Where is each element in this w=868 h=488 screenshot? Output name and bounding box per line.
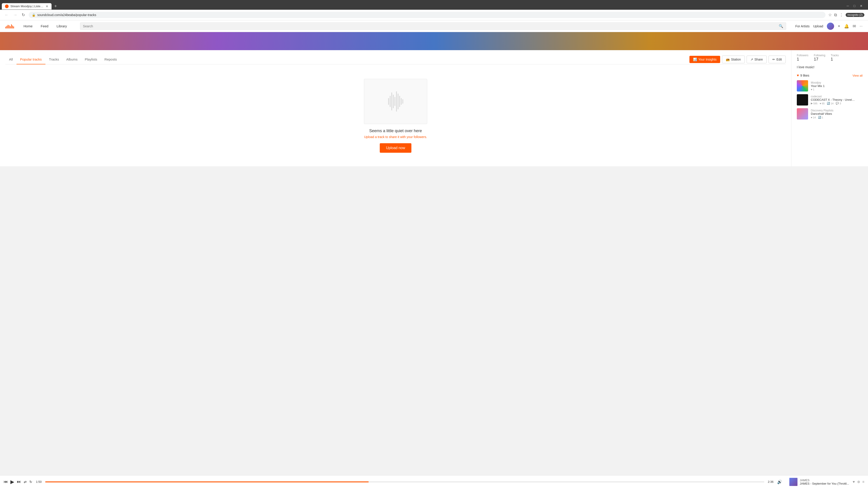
tab-all[interactable]: All	[5, 55, 17, 64]
empty-state-title: Seems a little quiet over here	[369, 129, 422, 133]
forward-button[interactable]: →	[12, 12, 18, 18]
tracks-stat: Tracks 1	[831, 54, 839, 62]
comment-icon: 💬	[836, 102, 839, 105]
new-tab-button[interactable]: +	[53, 3, 59, 10]
minimize-button[interactable]: ─	[847, 4, 849, 8]
following-value: 17	[814, 57, 825, 62]
tab-reposts[interactable]: Reposts	[101, 55, 121, 64]
soundcloud-app: Home Feed Library 🔍 For Artists Upload ▼…	[0, 20, 868, 166]
browser-chrome: Stream Moodjoy | Listen to top ✕ + ─ □ ✕…	[0, 0, 868, 20]
empty-state-upload-link[interactable]: Upload a track to share it with your fol…	[364, 135, 427, 139]
track-artist[interactable]: Moodjoy	[811, 81, 863, 84]
heart-small-icon: ♥	[819, 102, 821, 105]
station-button[interactable]: 📻 Station	[722, 56, 745, 63]
notifications-bell-icon[interactable]: 🔔	[844, 24, 849, 29]
empty-state: Seems a little quiet over here Upload a …	[5, 70, 786, 162]
track-artist[interactable]: codecast	[811, 95, 863, 98]
sidebar-likes-header: ♥ 9 likes View all	[797, 73, 863, 77]
like-item-info: Moodjoy Your Mix 1 ♥ 1	[811, 81, 863, 91]
browser-settings-icon[interactable]: ⋮	[839, 12, 843, 18]
tracks-value: 1	[831, 57, 839, 62]
address-bar[interactable]: 🔒	[29, 12, 826, 18]
browser-right-icons: ☆ ⧉ ⋮ Incognito (2)	[828, 12, 864, 18]
sc-nav: Home Feed Library	[20, 21, 71, 32]
upload-link[interactable]: Upload	[813, 24, 823, 28]
sidebar-bio: I love music!	[797, 65, 863, 69]
search-input[interactable]	[83, 24, 777, 28]
bar-1	[5, 27, 6, 29]
edit-button[interactable]: ✏ Edit	[769, 56, 786, 63]
wave-bar-4	[393, 95, 394, 108]
followers-stat: Followers 1	[797, 54, 808, 62]
tab-close-button[interactable]: ✕	[46, 4, 49, 8]
address-input[interactable]	[37, 13, 822, 17]
tab-tracks[interactable]: Tracks	[45, 55, 63, 64]
tab-albums[interactable]: Albums	[63, 55, 81, 64]
wave-bar-5	[395, 97, 395, 106]
edit-icon: ✏	[772, 58, 775, 61]
track-thumbnail-dancehall[interactable]	[797, 108, 808, 120]
bar-7	[12, 26, 13, 29]
track-thumbnail-moodjoy[interactable]	[797, 80, 808, 92]
play-count: ▶ 595	[811, 102, 817, 105]
followers-label: Followers	[797, 54, 808, 57]
repost-icon: 🔄	[818, 116, 821, 119]
search-bar[interactable]: 🔍	[80, 22, 786, 30]
track-thumbnail-codecast[interactable]	[797, 94, 808, 105]
sc-header: Home Feed Library 🔍 For Artists Upload ▼…	[0, 20, 868, 32]
play-icon: ▶	[811, 102, 813, 105]
track-title[interactable]: Dancehall Vibes	[811, 112, 856, 116]
view-all-link[interactable]: View all	[852, 74, 863, 77]
like-count: ♥ 14	[811, 116, 816, 119]
like-item: codecast CODECAST X - Theony - Unrelen..…	[797, 94, 863, 105]
bookmark-icon[interactable]: ☆	[828, 12, 832, 18]
search-icon[interactable]: 🔍	[779, 24, 783, 28]
browser-tab-active[interactable]: Stream Moodjoy | Listen to top ✕	[2, 3, 52, 9]
bar-6	[11, 24, 12, 29]
track-title[interactable]: CODECAST X - Theony - Unrelen...	[811, 98, 856, 101]
track-meta: ♥ 14 🔄 1	[811, 116, 863, 119]
for-artists-link[interactable]: For Artists	[795, 24, 809, 28]
main-layout: All Popular tracks Tracks Albums Playlis…	[0, 50, 868, 166]
heart-small-icon: ♥	[811, 116, 812, 119]
nav-library[interactable]: Library	[53, 21, 71, 32]
nav-feed[interactable]: Feed	[37, 21, 53, 32]
nav-home[interactable]: Home	[20, 21, 37, 32]
sc-logo[interactable]	[5, 24, 14, 29]
insights-button-label: Your Insights	[698, 58, 716, 61]
like-count: ♥ 65	[819, 102, 825, 105]
reload-button[interactable]: ↻	[21, 11, 26, 18]
tracks-label: Tracks	[831, 54, 839, 57]
waveform-placeholder	[388, 91, 403, 111]
repost-icon: 🔄	[827, 102, 830, 105]
insights-chart-icon: 📊	[693, 58, 697, 61]
following-stat: Following 17	[814, 54, 825, 62]
more-options-icon[interactable]: ···	[860, 24, 863, 28]
messages-icon[interactable]: ✉	[852, 24, 856, 29]
upload-now-button[interactable]: Upload now	[380, 143, 412, 153]
maximize-button[interactable]: □	[854, 4, 855, 8]
user-avatar[interactable]	[827, 23, 834, 30]
wave-bar-7	[398, 94, 399, 109]
soundcloud-logo-bars	[5, 24, 14, 29]
bar-4	[9, 25, 9, 29]
avatar-dropdown-icon[interactable]: ▼	[838, 25, 840, 28]
tab-nav-actions: 📊 Your Insights 📻 Station ↗ Share ✏ Edit	[689, 56, 786, 63]
tab-favicon	[5, 4, 8, 8]
tab-popular-tracks[interactable]: Popular tracks	[17, 55, 45, 64]
close-window-button[interactable]: ✕	[860, 4, 863, 8]
share-button[interactable]: ↗ Share	[747, 56, 767, 63]
tab-playlists[interactable]: Playlists	[81, 55, 101, 64]
likes-count: ♥ 9 likes	[797, 73, 809, 77]
back-button[interactable]: ←	[4, 12, 9, 18]
insights-button[interactable]: 📊 Your Insights	[689, 56, 720, 63]
track-title[interactable]: Your Mix 1	[811, 84, 856, 88]
track-artist[interactable]: Discovery Playlists	[811, 109, 863, 112]
extensions-icon[interactable]: ⧉	[834, 13, 837, 18]
wave-bar-3	[391, 92, 392, 110]
like-item-info: Discovery Playlists Dancehall Vibes ♥ 14…	[811, 109, 863, 119]
empty-state-illustration	[364, 79, 427, 124]
sidebar: Followers 1 Following 17 Tracks 1 I love…	[791, 50, 868, 166]
followers-value: 1	[797, 57, 808, 62]
station-button-label: Station	[731, 58, 741, 61]
